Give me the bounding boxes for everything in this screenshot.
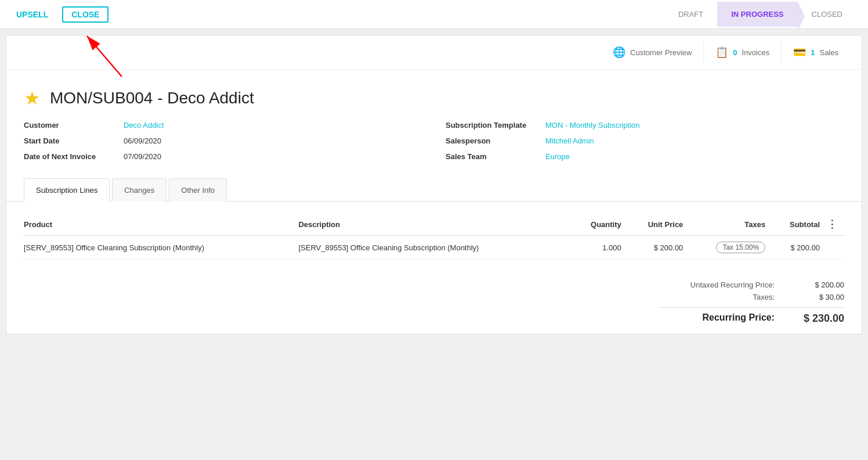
start-date-label: Start Date — [24, 136, 117, 145]
taxes-value: $ 30.00 — [798, 293, 844, 301]
col-unit-price: Unit Price — [628, 213, 690, 236]
invoices-button[interactable]: 📋 0 Invoices — [704, 41, 782, 63]
tax-badge: Tax 15.00% — [716, 242, 765, 253]
subscription-template-label: Subscription Template — [446, 121, 538, 130]
row-tax: Tax 15.00% — [690, 236, 772, 260]
main-content: 🌐 Customer Preview 📋 0 Invoices 💳 1 Sale… — [6, 35, 862, 335]
customer-value[interactable]: Deco Addict — [124, 121, 164, 130]
taxes-total-row: Taxes: $ 30.00 — [659, 293, 844, 301]
col-quantity: Quantity — [573, 213, 628, 236]
col-actions: ⋮ — [827, 213, 844, 236]
taxes-label: Taxes: — [659, 293, 775, 301]
sales-count: 1 — [811, 48, 815, 57]
recurring-value: $ 230.00 — [798, 312, 844, 325]
customer-label: Customer — [24, 121, 117, 130]
customer-preview-button[interactable]: 🌐 Customer Preview — [601, 41, 704, 63]
record-header: ★ MON/SUB004 - Deco Addict — [6, 70, 862, 121]
col-description: Description — [298, 213, 573, 236]
row-description: [SERV_89553] Office Cleaning Subscriptio… — [298, 236, 573, 260]
salesperson-label: Salesperson — [446, 136, 538, 145]
tab-changes[interactable]: Changes — [112, 178, 167, 202]
status-draft[interactable]: DRAFT — [664, 2, 717, 27]
subscription-template-value[interactable]: MON - Monthly Subscription — [545, 121, 640, 130]
row-quantity: 1.000 — [573, 236, 628, 260]
table-section: Product Description Quantity Unit Price … — [6, 202, 862, 271]
tab-subscription-lines[interactable]: Subscription Lines — [24, 178, 110, 202]
sales-team-field: Sales Team Europe — [446, 152, 844, 161]
invoice-icon: 📋 — [715, 46, 728, 59]
sales-label: Sales — [819, 48, 838, 57]
sales-button[interactable]: 💳 1 Sales — [782, 41, 850, 63]
action-buttons-row: 🌐 Customer Preview 📋 0 Invoices 💳 1 Sale… — [6, 35, 862, 70]
recurring-label: Recurring Price: — [659, 312, 775, 325]
salesperson-value[interactable]: Mitchell Admin — [545, 136, 594, 145]
invoices-label: Invoices — [742, 48, 770, 57]
customer-field: Customer Deco Addict — [24, 121, 422, 130]
untaxed-value: $ 200.00 — [798, 281, 844, 289]
product-table: Product Description Quantity Unit Price … — [24, 213, 844, 260]
table-row: [SERV_89553] Office Cleaning Subscriptio… — [24, 236, 844, 260]
subscription-template-field: Subscription Template MON - Monthly Subs… — [446, 121, 844, 130]
col-taxes: Taxes — [690, 213, 772, 236]
globe-icon: 🌐 — [613, 46, 625, 59]
fields-section: Customer Deco Addict Subscription Templa… — [6, 121, 862, 172]
row-unit-price: $ 200.00 — [628, 236, 690, 260]
upsell-button[interactable]: UPSELL — [12, 8, 53, 21]
totals-section: Untaxed Recurring Price: $ 200.00 Taxes:… — [6, 271, 862, 334]
status-closed[interactable]: CLOSED — [798, 2, 856, 27]
sales-team-label: Sales Team — [446, 152, 538, 161]
record-title: MON/SUB004 - Deco Addict — [50, 89, 254, 107]
status-in-progress[interactable]: IN PROGRESS — [717, 2, 797, 27]
next-invoice-value: 07/09/2020 — [124, 152, 161, 161]
salesperson-field: Salesperson Mitchell Admin — [446, 136, 844, 145]
next-invoice-label: Date of Next Invoice — [24, 152, 117, 161]
tab-other-info[interactable]: Other Info — [169, 178, 227, 202]
star-icon[interactable]: ★ — [24, 87, 41, 109]
row-subtotal: $ 200.00 — [772, 236, 827, 260]
untaxed-total-row: Untaxed Recurring Price: $ 200.00 — [659, 281, 844, 289]
col-product: Product — [24, 213, 298, 236]
next-invoice-field: Date of Next Invoice 07/09/2020 — [24, 152, 422, 161]
untaxed-label: Untaxed Recurring Price: — [659, 281, 775, 289]
sales-team-value[interactable]: Europe — [545, 152, 570, 161]
row-product: [SERV_89553] Office Cleaning Subscriptio… — [24, 236, 298, 260]
close-button[interactable]: CLOSE — [62, 6, 108, 23]
start-date-field: Start Date 06/09/2020 — [24, 136, 422, 145]
grand-total-row: Recurring Price: $ 230.00 — [659, 307, 844, 325]
column-options-icon[interactable]: ⋮ — [827, 218, 837, 230]
customer-preview-label: Customer Preview — [630, 48, 692, 57]
status-bar: DRAFT IN PROGRESS CLOSED — [664, 2, 856, 27]
tabs-section: Subscription Lines Changes Other Info — [6, 178, 862, 202]
credit-card-icon: 💳 — [793, 46, 806, 59]
start-date-value: 06/09/2020 — [124, 136, 161, 145]
invoices-count: 0 — [733, 48, 737, 57]
row-actions — [827, 236, 844, 260]
col-subtotal: Subtotal — [772, 213, 827, 236]
